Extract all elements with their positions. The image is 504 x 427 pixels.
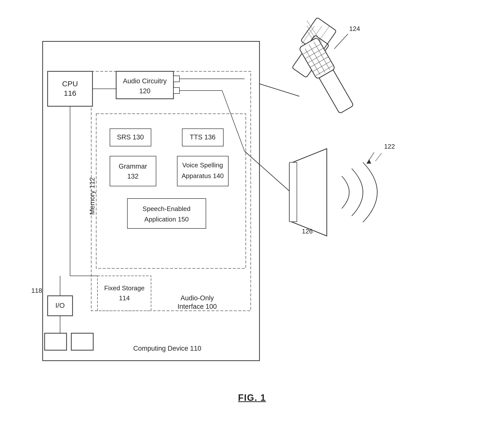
svg-rect-10 <box>173 88 179 94</box>
svg-text:126: 126 <box>302 227 313 235</box>
svg-line-46 <box>222 91 245 151</box>
svg-rect-48 <box>301 17 336 54</box>
svg-text:CPU: CPU <box>62 80 78 88</box>
svg-text:I/O: I/O <box>55 302 65 309</box>
svg-line-57 <box>305 49 320 75</box>
svg-rect-0 <box>43 41 259 361</box>
svg-line-64 <box>313 61 331 71</box>
svg-text:118: 118 <box>31 287 42 294</box>
figure-caption-text: FIG. 1 <box>238 393 266 403</box>
svg-line-49 <box>301 21 327 43</box>
svg-text:114: 114 <box>119 294 130 302</box>
svg-text:Computing Device 110: Computing Device 110 <box>133 345 201 352</box>
svg-text:TTS 136: TTS 136 <box>190 133 216 141</box>
svg-rect-24 <box>97 276 151 311</box>
svg-text:Fixed Storage: Fixed Storage <box>104 284 145 292</box>
svg-line-76 <box>245 151 289 191</box>
svg-text:116: 116 <box>64 89 76 97</box>
svg-rect-3 <box>48 71 92 106</box>
svg-line-52 <box>302 26 315 44</box>
svg-line-59 <box>314 42 330 70</box>
svg-text:Application 150: Application 150 <box>144 215 189 223</box>
svg-rect-55 <box>319 69 354 114</box>
svg-rect-56 <box>299 37 335 79</box>
svg-text:Audio Circuitry: Audio Circuitry <box>123 77 167 85</box>
svg-text:Memory 112: Memory 112 <box>88 177 96 215</box>
svg-line-72 <box>367 152 374 164</box>
svg-rect-13 <box>182 129 223 146</box>
svg-line-62 <box>308 52 326 63</box>
figure-caption: FIG. 1 <box>238 393 266 403</box>
svg-rect-21 <box>127 199 206 228</box>
svg-rect-47 <box>292 35 329 78</box>
svg-rect-30 <box>71 333 93 350</box>
svg-line-53 <box>309 26 322 44</box>
svg-text:Speech-Enabled: Speech-Enabled <box>143 205 190 213</box>
svg-rect-1 <box>91 71 251 311</box>
svg-line-61 <box>305 48 323 59</box>
svg-line-60 <box>303 44 321 54</box>
svg-rect-9 <box>173 76 179 82</box>
svg-marker-73 <box>367 159 371 164</box>
svg-line-65 <box>316 66 333 76</box>
svg-rect-29 <box>45 333 67 350</box>
svg-line-54 <box>317 26 330 44</box>
svg-text:Interface 100: Interface 100 <box>177 303 217 310</box>
svg-rect-70 <box>289 162 297 222</box>
svg-line-67 <box>334 34 348 49</box>
svg-line-50 <box>301 26 327 48</box>
svg-text:SRS 130: SRS 130 <box>117 133 144 141</box>
svg-text:132: 132 <box>127 173 138 180</box>
svg-text:Apparatus 140: Apparatus 140 <box>181 172 224 180</box>
svg-line-68 <box>259 84 299 96</box>
svg-rect-18 <box>177 156 228 186</box>
svg-line-63 <box>310 57 328 67</box>
svg-rect-11 <box>110 129 151 146</box>
svg-line-51 <box>301 31 327 53</box>
svg-rect-2 <box>96 114 246 268</box>
svg-line-58 <box>309 44 325 73</box>
svg-text:124: 124 <box>349 25 360 32</box>
svg-text:Audio-Only: Audio-Only <box>180 294 214 302</box>
svg-marker-69 <box>289 149 327 236</box>
svg-text:Voice Spelling: Voice Spelling <box>182 161 223 169</box>
svg-text:120: 120 <box>139 87 150 95</box>
svg-text:Grammar: Grammar <box>119 163 147 170</box>
svg-rect-27 <box>48 296 73 316</box>
svg-rect-15 <box>110 156 156 186</box>
svg-line-74 <box>375 153 382 161</box>
svg-rect-6 <box>116 71 173 99</box>
svg-text:122: 122 <box>384 143 395 150</box>
